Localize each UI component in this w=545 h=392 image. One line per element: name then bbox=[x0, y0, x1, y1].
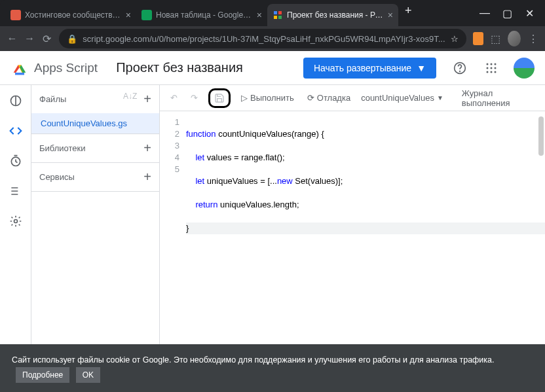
browser-tab-1[interactable]: Хостинговое сообщество «Tim × bbox=[5, 4, 136, 26]
executions-icon[interactable] bbox=[8, 183, 24, 199]
menu-icon[interactable]: ⋮ bbox=[527, 33, 538, 45]
svg-point-7 bbox=[495, 67, 497, 69]
tab-favicon-icon bbox=[272, 10, 283, 20]
services-label: Сервисы bbox=[39, 172, 75, 182]
line-number: 4 bbox=[160, 152, 179, 164]
svg-point-1 bbox=[460, 71, 460, 71]
logo-icon bbox=[10, 59, 29, 77]
browser-titlebar: Хостинговое сообщество «Tim × Новая табл… bbox=[0, 0, 545, 26]
editor-icon[interactable] bbox=[8, 123, 24, 139]
extensions-icon[interactable]: ⬚ bbox=[490, 32, 501, 45]
line-number: 3 bbox=[160, 140, 179, 152]
deploy-label: Начать развертывание bbox=[314, 63, 411, 73]
browser-tab-3[interactable]: Проект без названия - Редакт × bbox=[267, 4, 398, 26]
extension-icon[interactable] bbox=[473, 32, 484, 45]
browser-tabs: Хостинговое сообщество «Tim × Новая табл… bbox=[5, 0, 479, 26]
close-window-icon[interactable]: ✕ bbox=[524, 7, 535, 20]
close-icon[interactable]: × bbox=[388, 10, 393, 20]
save-button[interactable] bbox=[208, 88, 231, 108]
add-service-icon[interactable]: + bbox=[143, 169, 151, 185]
tab-favicon-icon bbox=[141, 10, 152, 20]
svg-point-8 bbox=[487, 71, 489, 73]
editor-toolbar: ↶ ↷ ▷ Выполнить ⟳ Отладка countUniqueVal… bbox=[160, 85, 545, 111]
logo-text: Apps Script bbox=[34, 61, 98, 75]
forward-icon[interactable]: → bbox=[24, 33, 35, 45]
minimize-icon[interactable]: — bbox=[479, 7, 490, 20]
code-token: values = range.flat(); bbox=[204, 152, 284, 162]
code-token: Set(values)]; bbox=[293, 176, 343, 186]
url-text: script.google.com/u/0/home/projects/1Uh-… bbox=[83, 34, 445, 44]
svg-point-5 bbox=[487, 67, 489, 69]
sort-icon[interactable]: A↓Z bbox=[123, 92, 137, 107]
project-name[interactable]: Проект без названия bbox=[116, 60, 297, 75]
tab-title: Проект без названия - Редакт bbox=[287, 10, 384, 20]
file-item[interactable]: CountUniqueValues.gs bbox=[31, 113, 159, 134]
line-number: 1 bbox=[160, 116, 179, 128]
app-header: Apps Script Проект без названия Начать р… bbox=[0, 51, 545, 85]
close-icon[interactable]: × bbox=[126, 10, 131, 20]
libraries-label: Библиотеки bbox=[39, 143, 85, 153]
code-token: } bbox=[186, 223, 189, 233]
files-label: Файлы bbox=[39, 94, 66, 104]
svg-point-6 bbox=[491, 67, 493, 69]
add-library-icon[interactable]: + bbox=[143, 141, 151, 156]
tab-title: Новая таблица - Google Табли bbox=[156, 10, 253, 20]
run-button[interactable]: ▷ Выполнить bbox=[238, 90, 297, 105]
code-token: function bbox=[186, 129, 216, 139]
svg-point-2 bbox=[487, 63, 489, 65]
add-file-icon[interactable]: + bbox=[143, 92, 151, 107]
function-name: countUniqueValues bbox=[361, 93, 434, 103]
code-token: { bbox=[321, 129, 324, 139]
execution-log-button[interactable]: Журнал выполнения bbox=[459, 86, 537, 111]
maximize-icon[interactable]: ▢ bbox=[502, 7, 512, 20]
redo-icon[interactable]: ↷ bbox=[188, 90, 200, 105]
triggers-icon[interactable] bbox=[8, 153, 24, 169]
svg-point-9 bbox=[491, 71, 493, 73]
browser-tab-2[interactable]: Новая таблица - Google Табли × bbox=[136, 4, 267, 26]
line-number: 5 bbox=[160, 164, 179, 175]
cookie-banner: Сайт использует файлы cookie от Google. … bbox=[0, 344, 545, 392]
window-controls: — ▢ ✕ bbox=[479, 7, 540, 20]
browser-toolbar: ← → ⟳ 🔒 script.google.com/u/0/home/proje… bbox=[0, 26, 545, 51]
function-selector[interactable]: countUniqueValues ▼ bbox=[361, 93, 443, 103]
files-section: Файлы A↓Z + bbox=[31, 85, 159, 113]
apps-grid-icon[interactable] bbox=[483, 60, 499, 76]
svg-point-3 bbox=[491, 63, 493, 65]
debug-button[interactable]: ⟳ Отладка bbox=[305, 90, 353, 105]
code-token: let bbox=[186, 152, 204, 162]
code-token: new bbox=[277, 176, 293, 186]
lock-icon: 🔒 bbox=[67, 34, 77, 44]
libraries-section: Библиотеки + bbox=[31, 134, 159, 163]
help-icon[interactable] bbox=[452, 60, 468, 76]
services-section: Сервисы + bbox=[31, 163, 159, 192]
code-token: let bbox=[186, 176, 204, 186]
user-avatar[interactable] bbox=[514, 58, 535, 79]
cookie-more-button[interactable]: Подробнее bbox=[16, 367, 69, 383]
star-icon[interactable]: ☆ bbox=[451, 34, 459, 44]
scrollbar[interactable] bbox=[538, 116, 544, 156]
settings-icon[interactable] bbox=[8, 213, 24, 229]
back-icon[interactable]: ← bbox=[7, 33, 18, 45]
svg-point-4 bbox=[495, 63, 497, 65]
code-token: uniqueValues.length; bbox=[217, 200, 299, 209]
app-content: Apps Script Проект без названия Начать р… bbox=[0, 51, 545, 392]
svg-point-10 bbox=[495, 71, 497, 73]
tab-title: Хостинговое сообщество «Tim bbox=[25, 10, 122, 20]
tab-favicon-icon bbox=[10, 10, 21, 20]
cookie-text: Сайт использует файлы cookie от Google. … bbox=[12, 355, 495, 365]
chevron-down-icon: ▼ bbox=[437, 94, 443, 101]
code-token: countUniqueValues(range) bbox=[216, 129, 322, 139]
profile-avatar[interactable] bbox=[508, 31, 521, 46]
reload-icon[interactable]: ⟳ bbox=[42, 33, 53, 45]
overview-icon[interactable] bbox=[8, 93, 24, 109]
new-tab-button[interactable]: + bbox=[398, 4, 419, 26]
address-bar[interactable]: 🔒 script.google.com/u/0/home/projects/1U… bbox=[59, 29, 466, 48]
run-label: Выполнить bbox=[250, 93, 294, 103]
cookie-ok-button[interactable]: OK bbox=[76, 367, 100, 383]
undo-icon[interactable]: ↶ bbox=[168, 90, 180, 105]
apps-script-logo[interactable]: Apps Script bbox=[10, 59, 98, 77]
debug-label: Отладка bbox=[317, 93, 350, 103]
deploy-button[interactable]: Начать развертывание ▼ bbox=[303, 58, 436, 79]
code-token: uniqueValues = [... bbox=[204, 176, 277, 186]
close-icon[interactable]: × bbox=[257, 10, 262, 20]
